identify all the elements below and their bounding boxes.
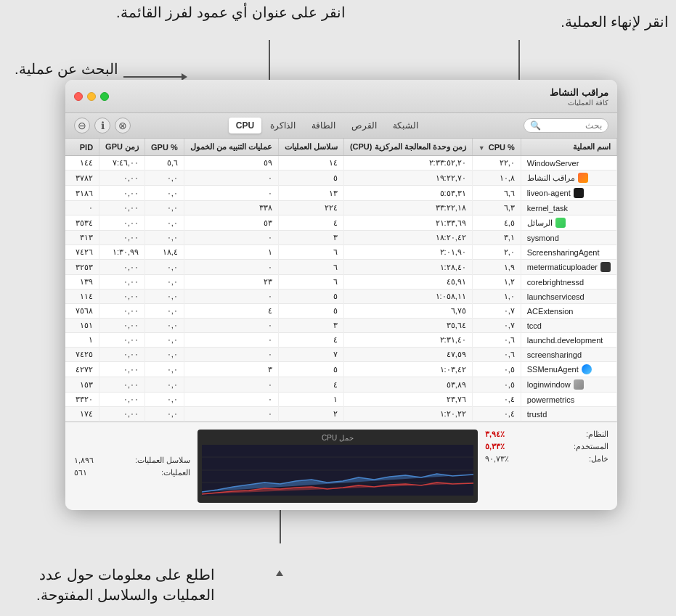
cell-gpu_time: ١:٣٠,٩٩ (99, 245, 145, 260)
table-row[interactable]: screensharingd٠,٦٤٧,٥٩٧٠٠,٠٠,٠٠٧٤٢٥root (65, 348, 617, 362)
process-name: launchservicesd (527, 292, 585, 301)
cell-threads: ٥ (278, 289, 343, 304)
cell-cpu: ٠,٥ (472, 377, 521, 393)
cell-cpu_time: ٦,٧٥ (343, 304, 472, 319)
tab-disk[interactable]: القرص (344, 118, 384, 134)
cell-gpu_time: ٧:٤٦,٠٠ (99, 156, 145, 171)
minimize-button[interactable] (87, 92, 96, 101)
app-icon-login (574, 379, 584, 390)
cell-user: _windowserver (65, 156, 70, 171)
close-button[interactable] (74, 92, 83, 101)
app-title: مراقب النشاط (550, 87, 608, 98)
tab-network[interactable]: الشبكة (386, 118, 425, 134)
process-name: sysmond (527, 234, 559, 242)
table-row[interactable]: powermetrics٠,٤٢٣,٧٦١٠٠,٠٠,٠٠٣٣٢٠root (65, 393, 617, 407)
table-row[interactable]: trustd٠,٤١:٢٠,٢٢٢٠٠,٠٠,٠٠١٧٤root (65, 407, 617, 422)
app-subtitle: كافة العمليات (550, 99, 608, 107)
cell-idle_wake: ٣ (184, 362, 278, 377)
process-name: tccd (527, 321, 542, 330)
col-header-cpu[interactable]: % CPU ▼ (472, 139, 521, 156)
process-name-cell: الرسائل (521, 215, 616, 231)
cell-cpu: ١٠,٨ (472, 171, 521, 186)
cell-cpu_time: ١:٠٥٨,١١ (343, 289, 472, 304)
cpu-stats-section: النظام: ٪٣,٩٤ المستخدم: ٪٥,٣٣ خامل: ٪٩٠,… (485, 430, 608, 503)
table-row[interactable]: liveon-agent٦,٦٥:٥٣,٣١١٣٠٠,٠٠,٠٠٣١٨٦dann… (65, 186, 617, 201)
col-header-user[interactable]: المستخدم (65, 139, 70, 156)
cell-cpu: ٠,٦ (472, 333, 521, 348)
col-header-pid[interactable]: PID (70, 139, 99, 156)
toolbar-tabs: CPU الذاكرة الطاقة القرص الشبكة (229, 118, 425, 134)
tab-cpu[interactable]: CPU (229, 118, 261, 134)
table-row[interactable]: WindowServer٢٢,٠٢:٣٣:٥٢,٢٠١٤٥٩٥,٦٧:٤٦,٠٠… (65, 156, 617, 171)
col-header-gpu-time[interactable]: زمن GPU (99, 139, 145, 156)
cell-pid: ١ (70, 333, 99, 348)
cell-cpu: ٦,٦ (472, 186, 521, 201)
cell-idle_wake: ٠ (184, 289, 278, 304)
table-row[interactable]: launchservicesd١,٠١:٠٥٨,١١٥٠٠,٠٠,٠٠١١٤ro… (65, 289, 617, 304)
search-icon: 🔍 (530, 120, 541, 131)
maximize-button[interactable] (100, 92, 109, 101)
close-process-button[interactable]: ⊗ (115, 118, 131, 134)
table-row[interactable]: ACExtension٠,٧٦,٧٥٥٤٠,٠٠,٠٠٧٥٦٨dannyrico (65, 304, 617, 319)
cell-threads: ٤ (278, 377, 343, 393)
process-name: corebrightnessd (527, 278, 584, 287)
app-icon-liveon (574, 188, 584, 198)
process-name-cell: مراقب النشاط (521, 171, 616, 186)
col-header-gpu[interactable]: % GPU (145, 139, 184, 156)
stat-system-value: ٪٣,٩٤ (485, 430, 505, 439)
table-row[interactable]: ScreensharingAgent٢,٠٢:٠١,٩٠٦١١٨,٤١:٣٠,٩… (65, 245, 617, 260)
table-row[interactable]: الرسائل٤,٥٢١:٣٣,٦٩٤٥٣٠,٠٠,٠٠٣٥٣٤dannyric… (65, 215, 617, 231)
cell-cpu_time: ٥٣,٨٩ (343, 377, 472, 393)
stat-threads: سلاسل العمليات: ١,٨٩٦ (74, 456, 190, 465)
cell-idle_wake: ٢٣ (184, 275, 278, 289)
cell-gpu: ٠,٠ (145, 407, 184, 422)
col-header-idle-wake[interactable]: عمليات التنبيه من الخمول (184, 139, 278, 156)
process-name: kernel_task (527, 204, 568, 213)
tab-energy[interactable]: الطاقة (304, 118, 343, 134)
col-header-name[interactable]: اسم العملية (521, 139, 616, 156)
annotation-stop-process: انقر لإنهاء العملية. (561, 13, 669, 30)
cpu-chart (202, 445, 473, 496)
cell-cpu: ١,٢ (472, 275, 521, 289)
ann-line-sort (269, 40, 270, 83)
cell-threads: ٤ (278, 215, 343, 231)
cell-pid: ١٥١ (70, 319, 99, 333)
process-name: liveon-agent (527, 189, 571, 197)
process-stats-section: سلاسل العمليات: ١,٨٩٦ العمليات: ٥٦١ (74, 430, 190, 503)
table-row[interactable]: launchd.development٠,٦٢:٣١,٤٠٤٠٠,٠٠,٠٠١r… (65, 333, 617, 348)
search-input[interactable] (544, 120, 602, 131)
process-name: metermaticuploader (527, 263, 598, 271)
cell-gpu: ٠,٠ (145, 201, 184, 215)
process-table-container: اسم العملية % CPU ▼ زمن وحدة المعالجة ال… (65, 139, 617, 422)
stat-system: النظام: ٪٣,٩٤ (485, 430, 608, 439)
info-button[interactable]: ℹ (94, 118, 110, 134)
app-icon-activity (578, 173, 588, 183)
stop-process-button[interactable]: ⊖ (74, 118, 90, 134)
table-row[interactable]: metermaticuploader١,٩١:٢٨,٤٠٦٠٠,٠٠,٠٠٣٢٥… (65, 260, 617, 275)
table-row[interactable]: loginwindow٠,٥٥٣,٨٩٤٠٠,٠٠,٠٠١٥٣dannyrico (65, 377, 617, 393)
table-row[interactable]: مراقب النشاط١٠,٨١٩:٢٢,٧٠٥٠٠,٠٠,٠٠٣٧٨٢dan… (65, 171, 617, 186)
cell-threads: ٦ (278, 275, 343, 289)
cell-gpu_time: ٠,٠٠ (99, 304, 145, 319)
cell-user: dannyrico (65, 377, 70, 393)
table-row[interactable]: sysmond٣,١١٨:٢٠,٤٢٣٠٠,٠٠,٠٠٣١٣root (65, 231, 617, 245)
col-header-threads[interactable]: سلاسل العمليات (278, 139, 343, 156)
table-row[interactable]: corebrightnessd١,٢٤٥,٩١٦٢٣٠,٠٠,٠٠١٣٩root (65, 275, 617, 289)
process-name: screensharingd (527, 350, 582, 359)
table-row[interactable]: SSMenuAgent٠,٥١:٠٣,٤٢٥٣٠,٠٠,٠٠٤٢٧٢dannyr… (65, 362, 617, 377)
col-header-cpu-time[interactable]: زمن وحدة المعالجة المركزية (CPU) (343, 139, 472, 156)
cell-idle_wake: ٠ (184, 186, 278, 201)
cell-pid: ٣١٨٦ (70, 186, 99, 201)
table-row[interactable]: tccd٠,٧٣٥,٦٤٣٠٠,٠٠,٠٠١٥١root (65, 319, 617, 333)
cell-cpu: ١,٩ (472, 260, 521, 275)
process-name: WindowServer (527, 159, 579, 168)
table-row[interactable]: kernel_task٦,٣٣٣:٢٢,١٨٢٢٤٣٣٨٠,٠٠,٠٠٠root (65, 201, 617, 215)
search-box[interactable]: 🔍 (524, 118, 608, 133)
tab-memory[interactable]: الذاكرة (263, 118, 303, 134)
process-name-cell: launchd.development (521, 333, 616, 348)
cell-cpu_time: ٢:٠١,٩٠ (343, 245, 472, 260)
ann-arrow-bottom (276, 570, 283, 576)
cell-threads: ١ (278, 393, 343, 407)
cell-idle_wake: ٠ (184, 377, 278, 393)
annotation-search: البحث عن عملية. (15, 60, 118, 78)
